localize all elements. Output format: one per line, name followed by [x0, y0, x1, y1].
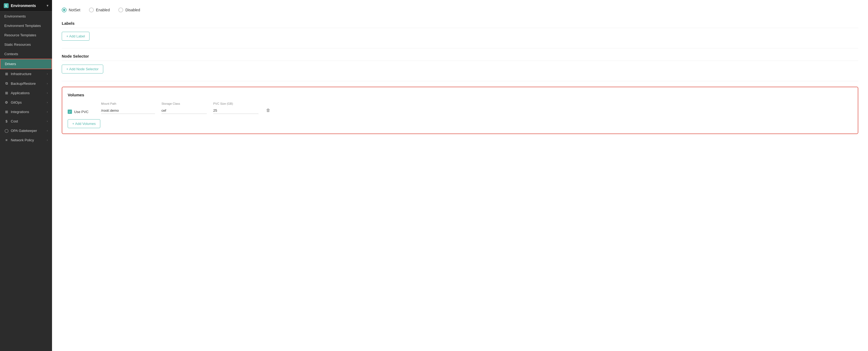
add-label-button[interactable]: + Add Label [62, 32, 90, 41]
sidebar-item-backup-restore[interactable]: ⧉ Backup/Restore › [0, 79, 52, 88]
sidebar-item-opa-gatekeeper[interactable]: ◯ OPA Gatekeeper › [0, 126, 52, 135]
sidebar-item-label: GitOps [11, 100, 22, 104]
sidebar-item-label: Contexts [4, 52, 18, 56]
use-pvc-checkbox[interactable]: ✓ [68, 110, 72, 114]
use-pvc-label: Use PVC [74, 110, 88, 114]
sidebar-item-left: ⧉ Backup/Restore [4, 81, 36, 85]
pvc-size-input[interactable] [213, 107, 258, 114]
sidebar-item-label: Resource Templates [4, 33, 36, 37]
gitops-icon: ⚙ [4, 100, 9, 104]
chevron-right-icon: › [47, 82, 48, 85]
volumes-section: Volumes ✓ Use PVC Mount Path Storage Cla… [62, 87, 858, 134]
sidebar-item-cost[interactable]: $ Cost › [0, 116, 52, 126]
sidebar-item-environments[interactable]: Environments [0, 11, 52, 21]
add-volumes-button[interactable]: + Add Volumes [68, 119, 100, 128]
storage-class-field-group: Storage Class [161, 102, 207, 114]
sidebar-item-left: ≡ Network Policy [4, 138, 34, 142]
sidebar-item-left: ⊞ Infrastructure [4, 72, 32, 76]
backup-icon: ⧉ [4, 81, 9, 85]
apps-icon: ⊞ [4, 91, 9, 95]
sidebar-header[interactable]: E Environments ▾ [0, 0, 52, 11]
add-node-selector-button[interactable]: + Add Node Selector [62, 65, 103, 73]
sidebar-title: Environments [11, 3, 36, 8]
radio-enabled-label: Enabled [96, 8, 110, 12]
sidebar-item-label: Static Resources [4, 42, 31, 46]
pvc-size-field-group: PVC Size (GB) [213, 102, 258, 114]
sidebar-item-label: Drivers [5, 62, 16, 66]
sidebar-item-gitops[interactable]: ⚙ GitOps › [0, 98, 52, 107]
sidebar-item-label: Network Policy [11, 138, 34, 142]
radio-disabled-label: Disabled [125, 8, 140, 12]
chevron-right-icon: › [47, 72, 48, 75]
chevron-right-icon: › [47, 101, 48, 104]
sidebar-item-label: Cost [11, 119, 18, 123]
section-divider-2 [62, 81, 858, 81]
sidebar-item-label: Integrations [11, 110, 29, 114]
volumes-title: Volumes [68, 93, 852, 97]
trash-icon: 🗑 [266, 108, 270, 113]
storage-class-input[interactable] [161, 107, 207, 114]
labels-section: Labels + Add Label [62, 21, 858, 41]
radio-circle-notset [62, 7, 67, 12]
storage-class-label: Storage Class [161, 102, 207, 105]
mount-path-field-group: Mount Path [101, 102, 155, 114]
radio-circle-disabled [118, 7, 123, 12]
sidebar-chevron-down-icon: ▾ [46, 4, 48, 7]
section-divider [62, 48, 858, 48]
radio-enabled[interactable]: Enabled [89, 7, 110, 12]
sidebar-item-label: OPA Gatekeeper [11, 129, 37, 133]
chevron-right-icon: › [47, 110, 48, 113]
sidebar: E Environments ▾ Environments Environmen… [0, 0, 52, 351]
sidebar-header-left: E Environments [4, 3, 36, 8]
sidebar-item-integrations[interactable]: ⊞ Integrations › [0, 107, 52, 116]
sidebar-item-label: Applications [11, 91, 30, 95]
sidebar-item-label: Environment Templates [4, 24, 41, 28]
opa-icon: ◯ [4, 129, 9, 133]
use-pvc-checkbox-group[interactable]: ✓ Use PVC [68, 110, 95, 114]
volume-row: ✓ Use PVC Mount Path Storage Class PVC S… [68, 102, 852, 114]
chevron-right-icon: › [47, 129, 48, 132]
sidebar-item-label: Infrastructure [11, 72, 32, 76]
radio-notset-label: NotSet [69, 8, 80, 12]
radio-circle-enabled [89, 7, 94, 12]
radio-notset[interactable]: NotSet [62, 7, 80, 12]
delete-volume-button[interactable]: 🗑 [265, 107, 272, 114]
sidebar-item-contexts[interactable]: Contexts [0, 49, 52, 59]
sidebar-item-label: Backup/Restore [11, 81, 36, 85]
sidebar-item-applications[interactable]: ⊞ Applications › [0, 88, 52, 98]
sidebar-item-environment-templates[interactable]: Environment Templates [0, 21, 52, 30]
sidebar-item-network-policy[interactable]: ≡ Network Policy › [0, 135, 52, 145]
radio-disabled[interactable]: Disabled [118, 7, 140, 12]
chevron-right-icon: › [47, 120, 48, 123]
grid-icon: ⊞ [4, 72, 9, 76]
sidebar-item-drivers[interactable]: Drivers [0, 59, 52, 69]
labels-section-title: Labels [62, 21, 858, 28]
pvc-size-label: PVC Size (GB) [213, 102, 258, 105]
node-selector-section: Node Selector + Add Node Selector [62, 54, 858, 73]
sidebar-item-left: ⚙ GitOps [4, 100, 22, 104]
chevron-right-icon: › [47, 139, 48, 142]
sidebar-item-infrastructure[interactable]: ⊞ Infrastructure › [0, 69, 52, 79]
chevron-right-icon: › [47, 92, 48, 95]
network-icon: ≡ [4, 138, 9, 142]
sidebar-logo-icon: E [4, 3, 9, 8]
sidebar-item-left: ⊞ Applications [4, 91, 30, 95]
sidebar-item-label: Environments [4, 14, 26, 18]
main-content: NotSet Enabled Disabled Labels + Add Lab… [52, 0, 868, 351]
sidebar-item-resource-templates[interactable]: Resource Templates [0, 30, 52, 40]
integrations-icon: ⊞ [4, 110, 9, 114]
sidebar-item-left: ◯ OPA Gatekeeper [4, 129, 37, 133]
sidebar-item-left: $ Cost [4, 119, 18, 123]
radio-group: NotSet Enabled Disabled [62, 7, 858, 12]
sidebar-item-static-resources[interactable]: Static Resources [0, 40, 52, 49]
cost-icon: $ [4, 119, 9, 123]
mount-path-label: Mount Path [101, 102, 155, 105]
sidebar-item-left: ⊞ Integrations [4, 110, 29, 114]
node-selector-title: Node Selector [62, 54, 858, 61]
mount-path-input[interactable] [101, 107, 155, 114]
